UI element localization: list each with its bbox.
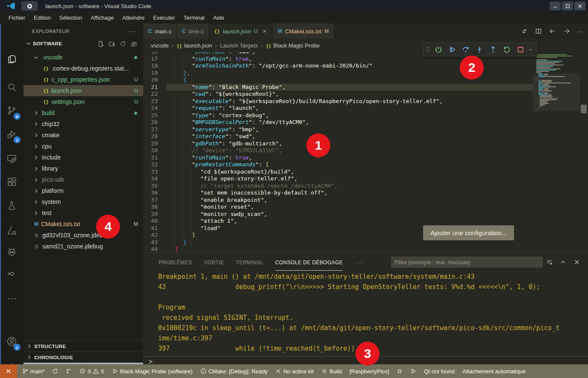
refresh-icon[interactable] <box>120 41 126 47</box>
activity-account-icon[interactable]: 1 <box>0 331 24 352</box>
code-line-31[interactable]: 31"runToMain": true, <box>143 154 588 162</box>
minimap-slider[interactable] <box>533 74 579 111</box>
new-folder-icon[interactable] <box>109 41 115 47</box>
stop-button[interactable] <box>514 44 526 56</box>
menu-item-affichage[interactable]: Affichage <box>86 12 118 24</box>
maximize-button[interactable] <box>562 2 573 10</box>
scrollbar-thumb[interactable] <box>581 105 587 113</box>
activity-explorer-icon[interactable] <box>0 48 24 70</box>
status-attachement-automatique[interactable]: Attachement automatique <box>459 364 529 378</box>
tree-item-chip32[interactable]: chip32 <box>24 118 143 130</box>
close-button[interactable] <box>574 2 585 10</box>
split-editor-icon[interactable] <box>535 28 542 35</box>
activity-source-control-icon[interactable]: 9 <box>0 100 24 121</box>
status-problems[interactable]: 00 <box>76 364 108 378</box>
code-line-30[interactable]: 30// "device": "STM32L431VC", <box>143 147 588 154</box>
drag-handle-icon[interactable] <box>426 46 430 53</box>
code-line-36[interactable]: 36"set mem inaccessible-by-default off", <box>143 189 588 197</box>
panel-tab-console-de-d-bogage[interactable]: CONSOLE DE DÉBOGAGE <box>275 254 343 271</box>
code-line-24[interactable]: 24"request": "launch", <box>143 105 588 112</box>
tree-item-samd21-ozone-jdebug[interactable]: samd21_ozone.jdebug <box>24 241 143 252</box>
add-configuration-button[interactable]: Ajouter une configuration... <box>423 225 514 240</box>
breadcrumb-item[interactable]: .vscode <box>150 42 169 49</box>
code-line-28[interactable]: 28"interface": "swd", <box>143 133 588 140</box>
power-button[interactable] <box>432 44 444 56</box>
code-line-18[interactable]: 18"armToolchainPath": "/opt/gcc-arm-none… <box>143 62 588 70</box>
code-line-44[interactable]: 44] <box>143 246 588 252</box>
panel-tab-sortie[interactable]: SORTIE <box>204 254 224 271</box>
breadcrumb-item[interactable]: Launch Targets <box>220 42 258 49</box>
tab-launch-json[interactable]: {}launch.jsonU <box>209 24 273 39</box>
navigate-forward-icon[interactable] <box>563 28 570 35</box>
code-line-21[interactable]: 21"name": "Black Magic Probe", <box>143 84 588 91</box>
code-line-19[interactable]: 19}, <box>143 70 588 77</box>
status-remote[interactable] <box>0 364 17 378</box>
maximize-panel-icon[interactable] <box>560 259 567 266</box>
status-no-active-kit[interactable]: No active kit <box>271 364 318 378</box>
tree-item-platform[interactable]: platform <box>24 185 143 196</box>
minimize-button[interactable] <box>550 2 561 10</box>
activity-visual-studio-icon[interactable] <box>0 263 24 284</box>
status--raspberrypico-[interactable]: [RaspberryPico] <box>346 364 393 378</box>
step-over-button[interactable] <box>459 44 472 56</box>
compare-changes-icon[interactable] <box>521 28 528 35</box>
panel-tab-terminal[interactable]: TERMINAL <box>236 254 263 271</box>
activity-platformio-icon[interactable] <box>0 241 24 262</box>
collapse-all-icon[interactable] <box>131 41 137 47</box>
tree-item-gd32vf103-ozone-jdebug[interactable]: gd32vf103_ozone.jdebug <box>24 230 143 241</box>
code-line-29[interactable]: 29"gdbPath": "gdb-multiarch", <box>143 140 588 148</box>
tree-item-library[interactable]: library <box>24 163 143 174</box>
menu-item-aide[interactable]: Aide <box>209 12 229 24</box>
status-main-[interactable]: main* <box>18 364 48 378</box>
code-line-38[interactable]: 38"monitor reset", <box>143 204 588 211</box>
debug-toolbar-dropdown-icon[interactable] <box>528 47 534 52</box>
close-panel-icon[interactable] <box>573 259 580 266</box>
breadcrumb-item[interactable]: {}Black Magic Probe <box>266 42 320 49</box>
tree-item-cmakelists-txt[interactable]: MCMakeLists.txtM <box>24 219 143 230</box>
sidebar-horizontal-scrollbar[interactable] <box>24 363 143 364</box>
activity-search-icon[interactable] <box>0 76 24 97</box>
status-qt-not-found[interactable]: Qt not found <box>420 364 459 378</box>
status-sync[interactable] <box>48 364 62 378</box>
tree-item--cortex-debug-registers-stat-[interactable]: {}.cortex-debug.registers.stat... <box>24 63 143 74</box>
code-editor[interactable]: 16"interface": "swd",17"runToMain": true… <box>143 52 588 252</box>
sidebar-section-chronologie[interactable]: CHRONOLOGIE <box>24 351 143 363</box>
status-cmake-debug-ready[interactable]: CMake: [Debug]: Ready <box>197 364 272 378</box>
breadcrumb-item[interactable]: {}launch.json <box>176 42 212 49</box>
tree-item-test[interactable]: test <box>24 207 143 219</box>
code-line-39[interactable]: 39"monitor swdp_scan", <box>143 211 588 218</box>
code-line-37[interactable]: 37"enable breakpoint", <box>143 197 588 204</box>
tree-item--vscode[interactable]: .vscode <box>24 52 143 63</box>
activity-testing-icon[interactable] <box>0 195 24 216</box>
code-line-34[interactable]: 34"file open-story-teller.elf", <box>143 175 588 183</box>
workspace-section-header[interactable]: SOFTWARE <box>24 38 143 49</box>
continue-button[interactable] <box>446 44 458 56</box>
code-line-41[interactable]: 41"load" <box>143 225 588 232</box>
panel-tab-probl-mes[interactable]: PROBLÈMES <box>159 254 192 271</box>
status-build[interactable]: Build <box>318 364 346 378</box>
code-line-22[interactable]: 22"cwd": "${workspaceRoot}", <box>143 91 588 98</box>
code-line-20[interactable]: 20{ <box>143 77 588 84</box>
editor-more-actions-icon[interactable]: ··· <box>577 28 583 35</box>
tab-time-c[interactable]: Ctime.c <box>177 24 209 39</box>
status-bug[interactable] <box>393 364 406 378</box>
activity-cmake-icon[interactable] <box>0 219 24 241</box>
status-black-magic-probe-software-[interactable]: Black Magic Probe (software) <box>108 364 197 378</box>
step-into-button[interactable] <box>473 44 485 56</box>
status-compare[interactable] <box>62 364 76 378</box>
code-line-32[interactable]: 32"preRestartCommands": [ <box>143 161 588 168</box>
activity-run-debug-icon[interactable]: 1 <box>0 123 24 145</box>
code-line-25[interactable]: 25"type": "cortex-debug", <box>143 112 588 119</box>
activity-more-icon[interactable] <box>0 288 24 309</box>
activity-extensions-icon[interactable] <box>0 171 24 192</box>
code-line-42[interactable]: 42] <box>143 232 588 239</box>
close-tab-icon[interactable] <box>262 29 267 34</box>
menu-item-terminal[interactable]: Terminal <box>179 12 209 24</box>
editor-scrollbar[interactable] <box>579 52 588 252</box>
panel-more-tabs-icon[interactable]: ··· <box>355 259 363 266</box>
tree-item-c-cpp-properties-json[interactable]: {}c_cpp_properties.jsonU <box>24 74 143 85</box>
tree-item-build[interactable]: build <box>24 107 143 118</box>
tab-main-c[interactable]: Cmain.c <box>143 24 177 39</box>
menu-item-edition[interactable]: Edition <box>29 12 55 24</box>
code-line-33[interactable]: 33"cd ${workspaceRoot}/build", <box>143 168 588 176</box>
